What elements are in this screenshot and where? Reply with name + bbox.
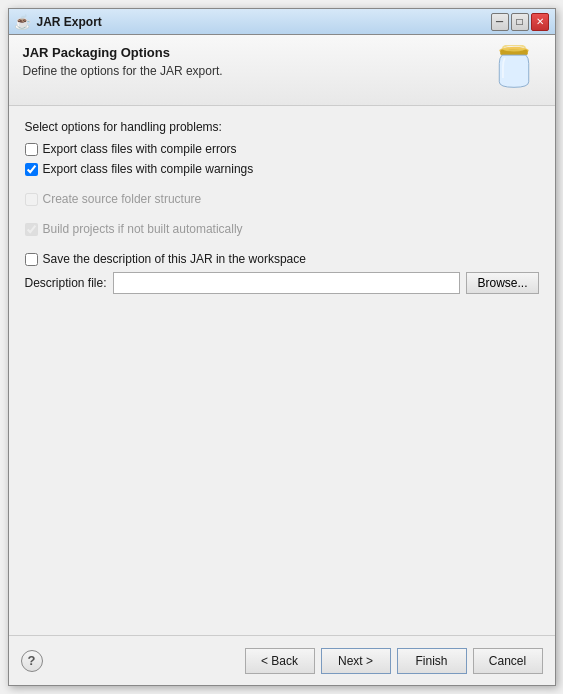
jar-svg-image [491,45,537,91]
next-button[interactable]: Next > [321,648,391,674]
source-folder-row: Create source folder structure [25,192,539,206]
header-text: JAR Packaging Options Define the options… [23,45,481,78]
build-projects-checkbox [25,223,38,236]
help-button[interactable]: ? [21,650,43,672]
build-projects-label: Build projects if not built automaticall… [43,222,243,236]
browse-button[interactable]: Browse... [466,272,538,294]
compile-errors-checkbox[interactable] [25,143,38,156]
title-bar-buttons: ─ □ ✕ [491,13,549,31]
close-button[interactable]: ✕ [531,13,549,31]
header-title: JAR Packaging Options [23,45,481,60]
window-title: JAR Export [37,15,491,29]
cancel-button[interactable]: Cancel [473,648,543,674]
save-description-row: Save the description of this JAR in the … [25,252,539,266]
footer-buttons: < Back Next > Finish Cancel [245,648,543,674]
save-description-label[interactable]: Save the description of this JAR in the … [43,252,306,266]
compile-warnings-row: Export class files with compile warnings [25,162,539,176]
description-file-row: Description file: Browse... [25,272,539,294]
description-file-input[interactable] [113,272,461,294]
header-subtitle: Define the options for the JAR export. [23,64,481,78]
source-folder-checkbox [25,193,38,206]
compile-errors-row: Export class files with compile errors [25,142,539,156]
compile-warnings-label[interactable]: Export class files with compile warnings [43,162,254,176]
save-description-checkbox[interactable] [25,253,38,266]
source-folder-label: Create source folder structure [43,192,202,206]
build-projects-row: Build projects if not built automaticall… [25,222,539,236]
compile-warnings-checkbox[interactable] [25,163,38,176]
header-section: JAR Packaging Options Define the options… [9,35,555,106]
compile-errors-label[interactable]: Export class files with compile errors [43,142,237,156]
minimize-button[interactable]: ─ [491,13,509,31]
problems-label: Select options for handling problems: [25,120,539,134]
content-area: Select options for handling problems: Ex… [9,106,555,635]
finish-button[interactable]: Finish [397,648,467,674]
jar-export-window: ☕ JAR Export ─ □ ✕ JAR Packaging Options… [8,8,556,686]
maximize-button[interactable]: □ [511,13,529,31]
jar-icon [491,45,541,95]
description-file-label: Description file: [25,276,107,290]
footer: ? < Back Next > Finish Cancel [9,635,555,685]
window-icon: ☕ [15,14,31,30]
title-bar: ☕ JAR Export ─ □ ✕ [9,9,555,35]
back-button[interactable]: < Back [245,648,315,674]
